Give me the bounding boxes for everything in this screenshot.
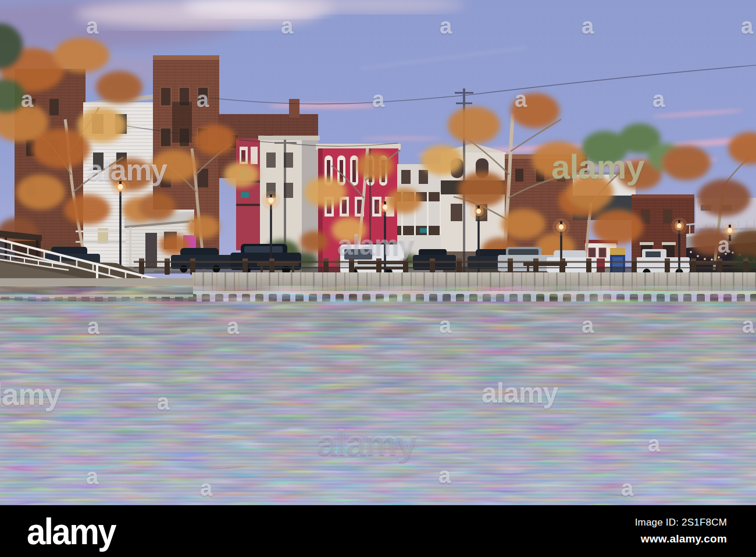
image-id-label: Image ID: 2S1F8CM — [635, 517, 727, 528]
alamy-logo: alamy — [27, 513, 115, 549]
river-water — [0, 301, 756, 505]
website-label: www.alamy.com — [635, 533, 727, 545]
alamy-footer-bar: alamy Image ID: 2S1F8CM www.alamy.com — [0, 505, 756, 557]
waterfront-dusk-photo — [0, 0, 756, 505]
stock-photo-page: alamy alamy alamy alamy alamy alamy a a … — [0, 0, 756, 557]
